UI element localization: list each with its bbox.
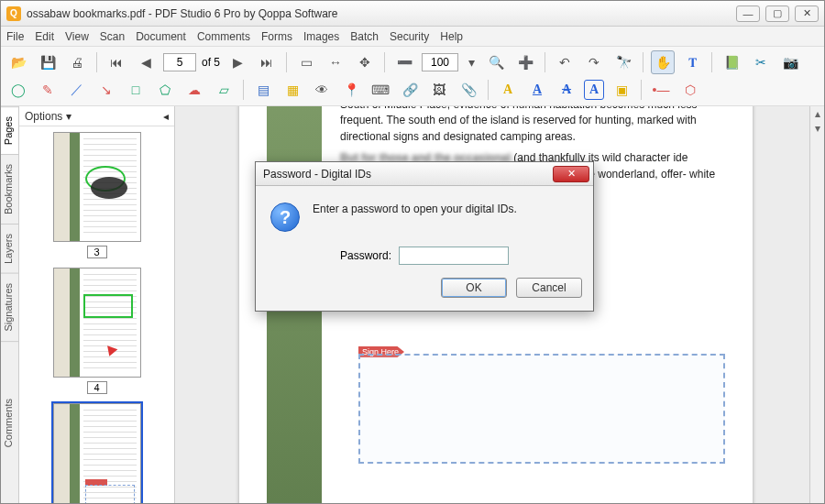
app-window: Q ossabaw bookmarks.pdf - PDF Studio 6 P… (0, 0, 825, 504)
question-icon: ? (270, 203, 300, 232)
password-input[interactable] (399, 247, 509, 265)
dialog-close-button[interactable]: ✕ (553, 166, 589, 182)
dialog-titlebar: Password - Digital IDs ✕ (256, 162, 593, 186)
modal-overlay: Password - Digital IDs ✕ ? Enter a passw… (0, 0, 825, 504)
cancel-button[interactable]: Cancel (516, 278, 582, 298)
password-label: Password: (340, 249, 391, 262)
dialog-message: Enter a password to open your digital ID… (313, 203, 517, 215)
dialog-title: Password - Digital IDs (263, 168, 371, 181)
ok-button[interactable]: OK (441, 278, 507, 298)
password-dialog: Password - Digital IDs ✕ ? Enter a passw… (255, 161, 594, 312)
